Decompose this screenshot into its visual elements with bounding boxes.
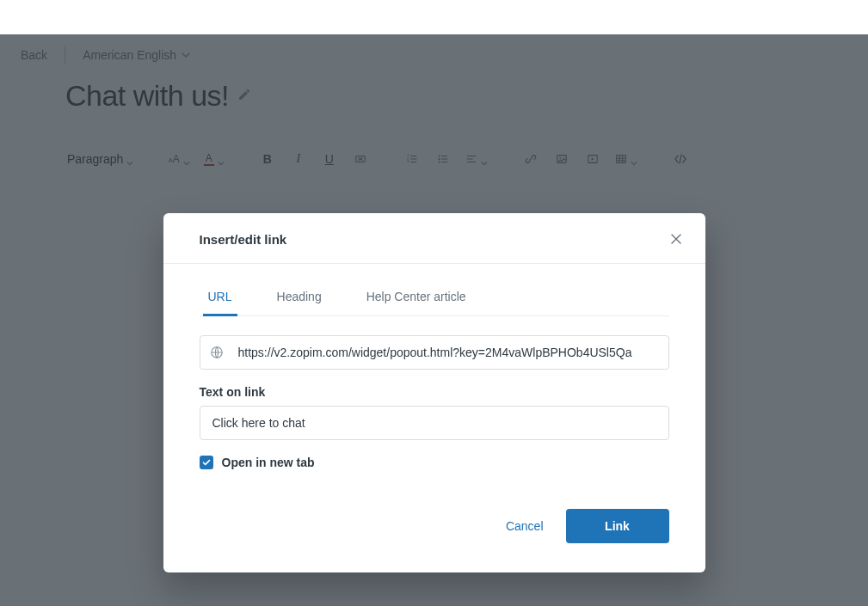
modal-footer: Cancel Link bbox=[163, 483, 705, 572]
open-new-tab-label: Open in new tab bbox=[222, 456, 315, 469]
text-on-link-label: Text on link bbox=[200, 385, 669, 399]
modal-title: Insert/edit link bbox=[200, 232, 287, 247]
tab-help-center-article[interactable]: Help Center article bbox=[361, 278, 471, 316]
modal-overlay: Insert/edit link URL Heading Help Center… bbox=[0, 34, 868, 606]
modal-header: Insert/edit link bbox=[163, 213, 705, 264]
tab-url[interactable]: URL bbox=[203, 278, 237, 316]
insert-link-modal: Insert/edit link URL Heading Help Center… bbox=[163, 213, 705, 572]
url-field-row bbox=[200, 335, 669, 370]
text-on-link-input[interactable] bbox=[200, 406, 669, 440]
close-icon bbox=[670, 233, 682, 245]
close-button[interactable] bbox=[668, 230, 685, 248]
globe-icon bbox=[210, 346, 224, 359]
open-new-tab-row: Open in new tab bbox=[200, 456, 669, 469]
cancel-button[interactable]: Cancel bbox=[501, 511, 549, 542]
link-tabs: URL Heading Help Center article bbox=[200, 278, 669, 316]
check-icon bbox=[202, 458, 211, 467]
open-new-tab-checkbox[interactable] bbox=[200, 456, 213, 469]
tab-heading[interactable]: Heading bbox=[272, 278, 327, 316]
modal-body: URL Heading Help Center article Text on … bbox=[163, 264, 705, 483]
link-submit-button[interactable]: Link bbox=[566, 509, 669, 543]
text-on-link-row bbox=[200, 406, 669, 440]
url-input[interactable] bbox=[200, 335, 669, 370]
page-root: Back American English Chat with us! Para… bbox=[0, 34, 868, 606]
